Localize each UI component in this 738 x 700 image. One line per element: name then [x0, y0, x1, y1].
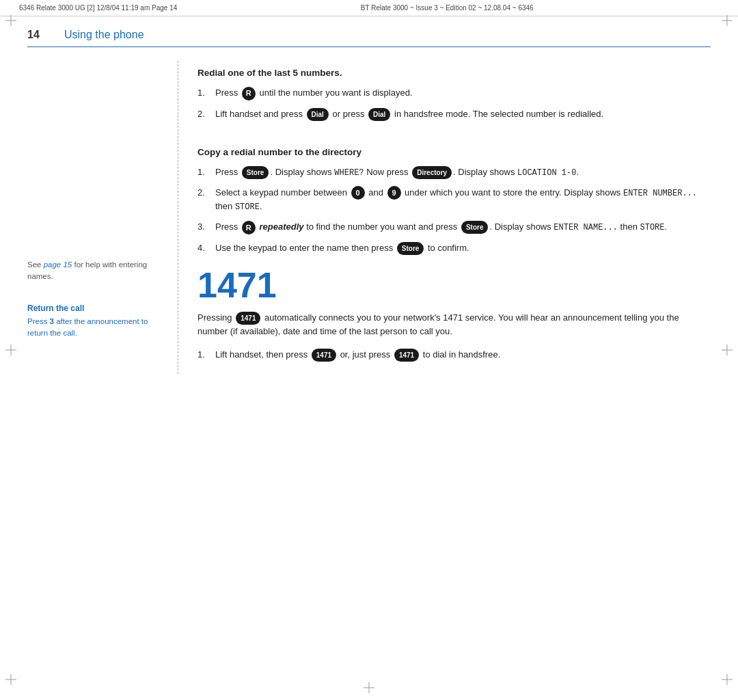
big-1471: 1471	[197, 267, 711, 303]
dial-button-2: Dial	[368, 108, 390, 121]
key-9: 9	[387, 186, 401, 200]
top-bar-center: BT Relate 3000 ~ Issue 3 ~ Edition 02 ~ …	[361, 4, 534, 12]
sidebar-column: See page 15 for help with entering names…	[27, 61, 178, 374]
copy-step-4: 4. Use the keypad to enter the name then…	[197, 241, 711, 255]
key-0: 0	[351, 186, 365, 200]
store-button-1: Store	[242, 166, 269, 179]
store-button-3: Store	[397, 242, 424, 255]
store-button-2: Store	[461, 221, 489, 234]
corner-mark-tr	[722, 15, 733, 26]
copy-step-1: 1. Press Store. Display shows WHERE? Now…	[197, 165, 711, 179]
1471-step-1: 1. Lift handset, then press 1471 or, jus…	[197, 348, 711, 362]
main-content: Redial one of the last 5 numbers. 1. Pre…	[197, 61, 711, 374]
redial-button-1: R	[242, 87, 256, 100]
redial-step-2: 2. Lift handset and press Dial or press …	[197, 107, 711, 121]
section-title: Using the phone	[64, 29, 144, 41]
corner-mark-tl	[5, 15, 16, 26]
corner-mark-br	[722, 674, 733, 685]
sidebar-link[interactable]: page 15	[44, 260, 72, 269]
redial-button-2: R	[242, 221, 256, 234]
crosshair-left	[5, 345, 16, 355]
crosshair-bottom	[364, 682, 374, 693]
btn-1471-a: 1471	[312, 349, 336, 362]
top-bar: 6346 Relate 3000 UG [2] 12/8/04 11:19 am…	[0, 0, 738, 16]
btn-1471-intro: 1471	[236, 312, 260, 325]
return-call-text: Press 3 after the announcement to return…	[27, 316, 164, 340]
intro-para: Pressing 1471 automatically connects you…	[197, 311, 711, 338]
dial-button-1: Dial	[307, 108, 329, 121]
redial-step-1: 1. Press R until the number you want is …	[197, 86, 711, 100]
section-header: 14 Using the phone	[0, 16, 738, 41]
crosshair-right	[722, 345, 733, 355]
btn-1471-b: 1471	[394, 349, 419, 362]
copy-list: 1. Press Store. Display shows WHERE? Now…	[197, 165, 711, 255]
vertical-divider	[178, 61, 178, 374]
directory-button: Directory	[412, 166, 452, 179]
top-bar-right	[717, 4, 719, 12]
page-number: 14	[27, 29, 44, 41]
copy-step-2: 2. Select a keypad number between 0 and …	[197, 186, 711, 214]
top-bar-left: 6346 Relate 3000 UG [2] 12/8/04 11:19 am…	[19, 4, 177, 12]
copy-step-3: 3. Press R repeatedly to find the number…	[197, 220, 711, 234]
content-area: See page 15 for help with entering names…	[0, 47, 738, 388]
copy-heading: Copy a redial number to the directory	[197, 147, 711, 157]
1471-list: 1. Lift handset, then press 1471 or, jus…	[197, 348, 711, 362]
sidebar-note: See page 15 for help with entering names…	[27, 259, 164, 283]
corner-mark-bl	[5, 674, 16, 685]
redial-list: 1. Press R until the number you want is …	[197, 86, 711, 121]
page-wrapper: 6346 Relate 3000 UG [2] 12/8/04 11:19 am…	[0, 0, 738, 700]
return-call-title: Return the call	[27, 304, 164, 313]
redial-heading: Redial one of the last 5 numbers.	[197, 68, 711, 78]
